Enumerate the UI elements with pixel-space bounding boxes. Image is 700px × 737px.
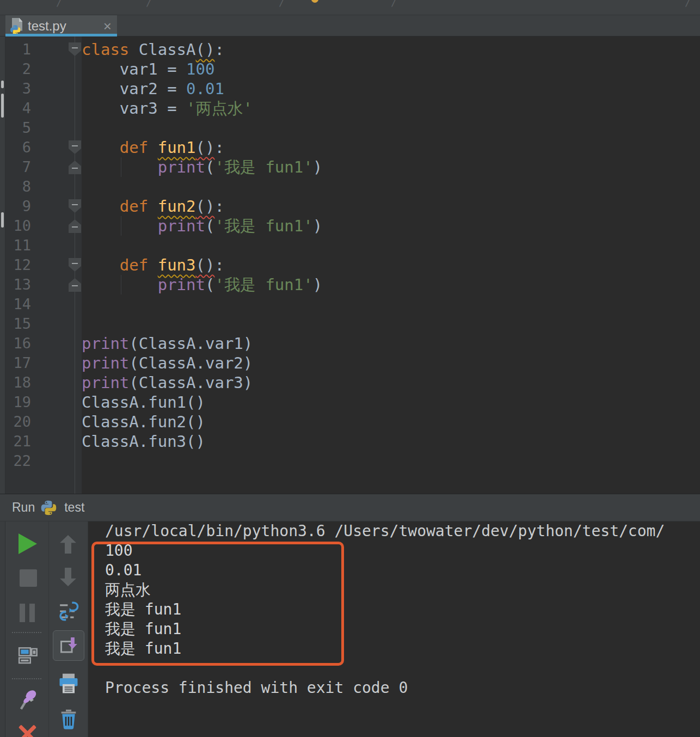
editor-line[interactable]: 13 print('我是 fun1') bbox=[5, 275, 700, 294]
console-output: /usr/local/bin/python3.6 /Users/twowater… bbox=[88, 521, 700, 737]
editor-line[interactable]: 19ClassA.fun1() bbox=[5, 392, 700, 412]
indent-guide bbox=[121, 157, 121, 177]
print-icon bbox=[57, 672, 81, 696]
editor-line[interactable]: 1class ClassA(): bbox=[5, 40, 700, 59]
code-text: ClassA.fun1() bbox=[31, 392, 205, 412]
pause-button[interactable] bbox=[20, 604, 35, 622]
editor-line[interactable]: 2 var1 = 100 bbox=[5, 59, 700, 79]
line-number: 22 bbox=[5, 451, 31, 471]
editor-line[interactable]: 18print(ClassA.var3) bbox=[5, 373, 700, 392]
line-number: 19 bbox=[5, 392, 31, 412]
editor-line[interactable]: 3 var2 = 0.01 bbox=[5, 79, 700, 99]
soft-wrap-icon bbox=[58, 601, 79, 622]
line-number: 14 bbox=[5, 294, 31, 314]
scroll-to-end-button[interactable] bbox=[53, 630, 84, 661]
editor-line[interactable]: 11 bbox=[5, 236, 700, 255]
run-label: Run bbox=[12, 500, 35, 515]
editor-line[interactable]: 7 print('我是 fun1') bbox=[5, 157, 700, 177]
console-output-line: 0.01 bbox=[105, 561, 700, 580]
next-occurrence-button[interactable] bbox=[60, 568, 76, 586]
pycharm-window: / / / / / test.py × bbox=[0, 0, 700, 737]
line-number: 17 bbox=[5, 353, 31, 373]
code-text: class ClassA(): bbox=[31, 40, 224, 59]
editor-line[interactable]: 20ClassA.fun2() bbox=[5, 412, 700, 432]
line-number: 5 bbox=[5, 118, 31, 138]
editor-line[interactable]: 15 bbox=[5, 314, 700, 334]
editor-area: 1class ClassA():2 var1 = 1003 var2 = 0.0… bbox=[0, 36, 700, 494]
line-number: 18 bbox=[5, 373, 31, 392]
code-text: var2 = 0.01 bbox=[31, 79, 224, 99]
console-blank-line bbox=[105, 659, 700, 678]
editor-line[interactable]: 10 print('我是 fun1') bbox=[5, 216, 700, 236]
close-icon[interactable]: × bbox=[103, 19, 112, 33]
rerun-button[interactable] bbox=[19, 533, 37, 554]
line-number: 20 bbox=[5, 412, 31, 432]
pin-tab-button[interactable] bbox=[17, 688, 39, 712]
console-output-line: 100 bbox=[105, 541, 700, 561]
editor-line[interactable]: 16print(ClassA.var1) bbox=[5, 334, 700, 353]
line-number: 13 bbox=[5, 275, 31, 294]
run-play-icon bbox=[19, 533, 37, 554]
editor-line[interactable]: 21ClassA.fun3() bbox=[5, 432, 700, 451]
editor-line[interactable]: 6 def fun1(): bbox=[5, 138, 700, 157]
close-x-icon bbox=[17, 724, 37, 737]
editor-line[interactable]: 14 bbox=[5, 294, 700, 314]
navigation-bar: / / / / / bbox=[0, 0, 700, 15]
code-text bbox=[31, 118, 82, 138]
console-output-line: 两点水 bbox=[105, 580, 700, 600]
soft-wrap-button[interactable] bbox=[58, 601, 79, 622]
editor-line[interactable]: 8 bbox=[5, 177, 700, 196]
clear-all-button[interactable] bbox=[58, 707, 79, 730]
arrow-up-icon bbox=[60, 535, 76, 554]
code-text bbox=[31, 451, 82, 471]
code-editor[interactable]: 1class ClassA():2 var1 = 1003 var2 = 0.0… bbox=[5, 36, 700, 494]
tab-test-py[interactable]: test.py × bbox=[5, 15, 117, 36]
editor-line[interactable]: 12 def fun3(): bbox=[5, 255, 700, 275]
line-number: 10 bbox=[5, 216, 31, 236]
console-output-line: 我是 fun1 bbox=[105, 639, 700, 659]
console-output-line: 我是 fun1 bbox=[105, 600, 700, 619]
editor-line[interactable]: 17print(ClassA.var2) bbox=[5, 353, 700, 373]
line-number: 4 bbox=[5, 99, 31, 118]
editor-tab-bar: test.py × bbox=[0, 15, 700, 36]
line-number: 3 bbox=[5, 79, 31, 99]
stop-button[interactable] bbox=[20, 569, 37, 587]
code-text: print(ClassA.var1) bbox=[31, 334, 253, 353]
line-number: 11 bbox=[5, 236, 31, 255]
code-text: print(ClassA.var3) bbox=[31, 373, 253, 392]
code-text: ClassA.fun2() bbox=[31, 412, 205, 432]
file-color-dot-icon bbox=[311, 0, 318, 3]
line-number: 7 bbox=[5, 157, 31, 177]
editor-line[interactable]: 4 var3 = '两点水' bbox=[5, 99, 700, 118]
code-text: var3 = '两点水' bbox=[31, 99, 253, 118]
code-text: def fun1(): bbox=[31, 138, 224, 157]
toolbar-separator bbox=[12, 632, 41, 633]
indent-guide bbox=[121, 216, 121, 236]
restore-layout-icon bbox=[17, 644, 38, 665]
editor-line[interactable]: 22 bbox=[5, 451, 700, 471]
run-toolbar-right bbox=[49, 521, 88, 737]
console-status-line: Process finished with exit code 0 bbox=[105, 678, 700, 698]
editor-line[interactable]: 9 def fun2(): bbox=[5, 196, 700, 216]
pin-icon bbox=[17, 688, 39, 712]
breadcrumb-separator: / bbox=[391, 0, 397, 8]
breadcrumb-separator: / bbox=[146, 0, 152, 8]
line-number: 6 bbox=[5, 138, 31, 157]
line-number: 2 bbox=[5, 59, 31, 79]
line-number: 15 bbox=[5, 314, 31, 334]
code-text bbox=[31, 177, 82, 196]
restore-layout-button[interactable] bbox=[17, 644, 38, 665]
code-text: var1 = 100 bbox=[31, 59, 214, 79]
editor-line[interactable]: 5 bbox=[5, 118, 700, 138]
line-number: 12 bbox=[5, 255, 31, 275]
python-file-icon bbox=[10, 18, 24, 34]
prev-occurrence-button[interactable] bbox=[60, 535, 76, 554]
code-text bbox=[31, 236, 82, 255]
run-tool-window-body: /usr/local/bin/python3.6 /Users/twowater… bbox=[0, 521, 700, 737]
print-button[interactable] bbox=[57, 672, 81, 696]
code-text: ClassA.fun3() bbox=[31, 432, 205, 451]
tool-window-stripe bbox=[0, 36, 5, 494]
code-text: print(ClassA.var2) bbox=[31, 353, 253, 373]
close-button[interactable] bbox=[17, 724, 37, 737]
console-command-line: /usr/local/bin/python3.6 /Users/twowater… bbox=[105, 521, 700, 541]
